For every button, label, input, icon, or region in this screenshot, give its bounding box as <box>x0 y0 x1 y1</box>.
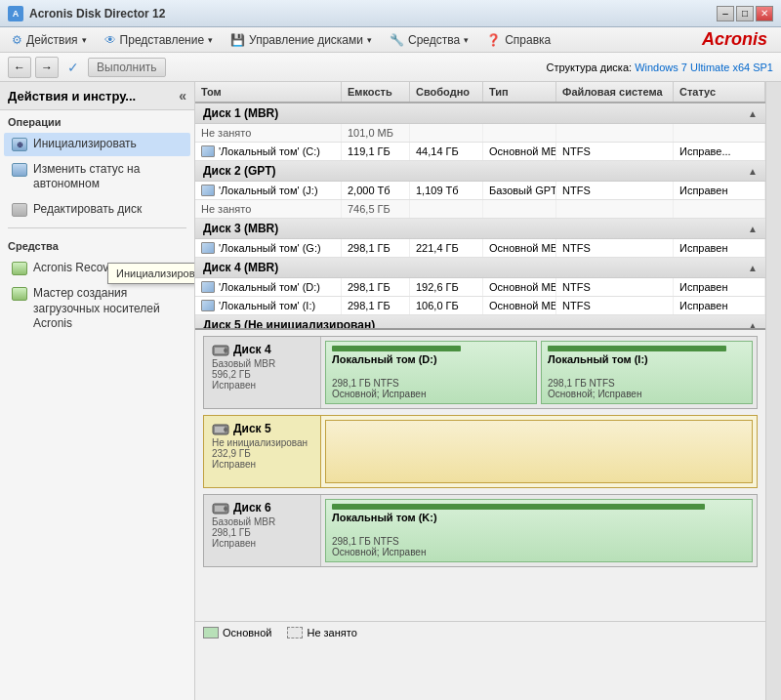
sidebar-item-bootable-wizard[interactable]: Мастер создания загрузочных носителей Ac… <box>4 282 190 336</box>
menu-view[interactable]: 👁 Представление ▾ <box>97 31 222 49</box>
menu-view-label: Представление <box>120 33 205 47</box>
sidebar-divider-1 <box>8 227 186 228</box>
disk1-collapse[interactable]: ▲ <box>748 108 758 119</box>
sidebar-item-initialize[interactable]: ⊕ Инициализировать <box>4 133 190 156</box>
view-icon: 👁 <box>104 33 116 47</box>
td-svobodno <box>410 200 483 218</box>
table-row[interactable]: Не занято 746,5 ГБ <box>195 200 765 219</box>
td-tip: Основной MBR <box>483 239 556 257</box>
menu-tools-label: Средства <box>408 33 460 47</box>
disk6-k-detail2: Основной; Исправен <box>332 547 746 557</box>
td-tom: 'Локальный том' (I:) <box>195 297 342 314</box>
disk-group-4: Диск 4 (MBR) ▲ <box>195 258 765 278</box>
td-status: Исправен <box>674 182 765 199</box>
disk-visualization-area: Диск 4 Базовый MBR 596,2 ГБ Исправен Лок… <box>195 328 765 621</box>
forward-button[interactable]: → <box>35 57 59 78</box>
disk6-partition-k[interactable]: Локальный том (K:) 298,1 ГБ NTFS Основно… <box>325 499 753 562</box>
td-tom: 'Локальный том' (D:) <box>195 278 342 296</box>
actions-icon: ⚙ <box>12 33 22 47</box>
execute-button[interactable]: Выполнить <box>88 58 166 77</box>
disk1-label: Диск 1 (MBR) <box>203 106 278 120</box>
th-fs: Файловая система <box>556 82 674 102</box>
menu-disk-management[interactable]: 💾 Управление дисками ▾ <box>223 31 380 49</box>
td-emkost: 298,1 ГБ <box>342 239 410 257</box>
disk-viz-disk5: Диск 5 Не инициализирован 232,9 ГБ Испра… <box>203 415 758 488</box>
table-header: Том Емкость Свободно Тип Файловая систем… <box>195 82 765 103</box>
disk4-viz-label: Диск 4 Базовый MBR 596,2 ГБ Исправен <box>204 337 321 408</box>
disk4-partition-i[interactable]: Локальный том (I:) 298,1 ГБ NTFS Основно… <box>541 341 753 404</box>
table-row[interactable]: 'Локальный том' (J:) 2,000 Тб 1,109 Тб Б… <box>195 182 765 200</box>
td-svobodno: 221,4 ГБ <box>410 239 483 257</box>
disk5-num: Диск 5 <box>233 422 271 435</box>
disk3-collapse[interactable]: ▲ <box>748 224 758 234</box>
disk-viz-disk4: Диск 4 Базовый MBR 596,2 ГБ Исправен Лок… <box>203 336 758 409</box>
svg-rect-1 <box>215 348 225 353</box>
menu-tools[interactable]: 🔧 Средства ▾ <box>382 31 476 49</box>
td-tip: Основной MBR <box>483 278 556 296</box>
td-tip: Основной MBR <box>483 143 556 160</box>
disk4-i-name: Локальный том (I:) <box>548 353 746 365</box>
table-row[interactable]: 'Локальный том' (C:) 119,1 ГБ 44,14 ГБ О… <box>195 143 765 161</box>
td-fs: NTFS <box>556 143 674 160</box>
th-tom: Том <box>195 82 342 102</box>
disk2-collapse[interactable]: ▲ <box>748 166 758 177</box>
disk6-num: Диск 6 <box>233 501 271 515</box>
td-emkost: 101,0 МБ <box>342 124 410 142</box>
disk2-label: Диск 2 (GPT) <box>203 164 276 178</box>
legend-swatch-primary <box>203 627 219 638</box>
disk6-viz-label: Диск 6 Базовый MBR 298,1 ГБ Исправен <box>204 495 321 566</box>
edit-disk-label: Редактировать диск <box>33 202 142 218</box>
disk5-viz-label: Диск 5 Не инициализирован 232,9 ГБ Испра… <box>204 416 321 487</box>
td-tom: 'Локальный том' (G:) <box>195 239 342 257</box>
menu-actions-arrow: ▾ <box>82 35 87 45</box>
initialize-icon: ⊕ <box>12 138 27 151</box>
disk5-collapse[interactable]: ▲ <box>748 320 758 329</box>
td-fs <box>556 124 674 142</box>
disk4-d-detail1: 298,1 ГБ NTFS <box>332 378 530 389</box>
disk-mgmt-icon: 💾 <box>230 33 245 47</box>
td-status: Исправен <box>674 278 765 296</box>
toolbar: ← → ✓ Выполнить Структура диска: Windows… <box>0 53 781 82</box>
back-button[interactable]: ← <box>8 57 31 78</box>
td-tip <box>483 200 556 218</box>
acronis-logo: Acronis <box>702 29 767 50</box>
th-status: Статус <box>674 82 765 102</box>
disk4-collapse[interactable]: ▲ <box>748 263 758 273</box>
hard-drive-icon-6 <box>212 502 229 515</box>
sidebar-item-change-status[interactable]: Изменить статус на автономном <box>4 158 190 196</box>
close-button[interactable]: ✕ <box>756 6 773 21</box>
table-row[interactable]: Не занято 101,0 МБ <box>195 124 765 143</box>
sidebar-item-edit-disk[interactable]: Редактировать диск <box>4 198 190 222</box>
table-row[interactable]: 'Локальный том' (I:) 298,1 ГБ 106,0 ГБ О… <box>195 297 765 315</box>
disk6-k-detail1: 298,1 ГБ NTFS <box>332 536 746 547</box>
table-row[interactable]: 'Локальный том' (G:) 298,1 ГБ 221,4 ГБ О… <box>195 239 765 258</box>
table-body: Диск 1 (MBR) ▲ Не занято 101,0 МБ 'Локал… <box>195 103 765 328</box>
disk4-size: 596,2 ГБ <box>212 369 312 380</box>
disk-group-1: Диск 1 (MBR) ▲ <box>195 103 765 124</box>
disk4-i-detail2: Основной; Исправен <box>548 389 746 399</box>
table-row[interactable]: 'Локальный том' (D:) 298,1 ГБ 192,6 ГБ О… <box>195 278 765 297</box>
tooltip-initialize: Инициализировать неподготовленный диск. <box>107 263 195 284</box>
tools-icon: 🔧 <box>390 33 404 47</box>
disk5-label: Диск 5 (Не инициализирован) <box>203 318 375 328</box>
sidebar-title: Действия и инстру... <box>8 89 136 103</box>
scrollbar[interactable] <box>765 82 781 700</box>
disk4-partition-d[interactable]: Локальный том (D:) 298,1 ГБ NTFS Основно… <box>325 341 537 404</box>
menu-disk-mgmt-arrow: ▾ <box>367 35 372 45</box>
edit-disk-icon <box>12 203 27 217</box>
td-emkost: 298,1 ГБ <box>342 278 410 296</box>
legend-swatch-unalloc <box>287 627 303 638</box>
th-tip: Тип <box>483 82 556 102</box>
menu-actions[interactable]: ⚙ Действия ▾ <box>4 31 95 49</box>
change-status-icon <box>12 163 27 177</box>
volume-icon <box>201 145 215 157</box>
td-emkost: 298,1 ГБ <box>342 297 410 314</box>
menu-help[interactable]: ❓ Справка <box>478 31 558 49</box>
sidebar-collapse-button[interactable]: « <box>179 88 186 103</box>
sidebar-header: Действия и инстру... « <box>0 82 194 110</box>
help-icon: ❓ <box>486 33 501 47</box>
minimize-button[interactable]: – <box>717 6 734 21</box>
td-fs: NTFS <box>556 278 674 296</box>
wizard-icon <box>12 287 27 301</box>
restore-button[interactable]: □ <box>736 6 754 21</box>
